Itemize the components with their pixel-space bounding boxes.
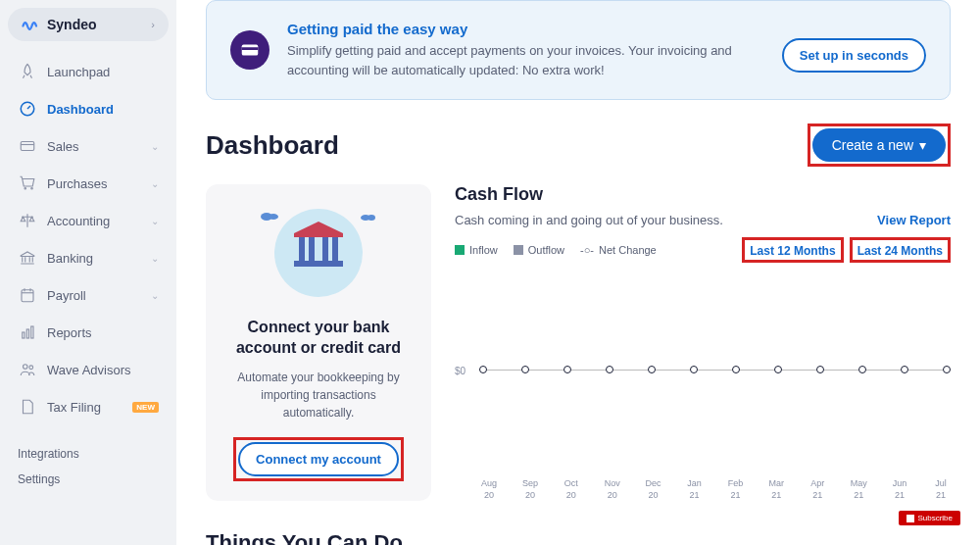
chart-point (732, 366, 740, 373)
svg-point-20 (269, 214, 278, 220)
subscribe-label: Subscribe (917, 514, 953, 522)
nav-label: Tax Filing (47, 400, 126, 415)
banner-actions: Set up in seconds (782, 28, 926, 73)
chart-point (690, 366, 698, 373)
footer-link-settings[interactable]: Settings (18, 467, 159, 492)
nav-item-banking[interactable]: Banking ⌄ (8, 239, 169, 276)
dashboard-columns: Connect your bank account or credit card… (206, 184, 951, 501)
nav-item-accounting[interactable]: Accounting ⌄ (8, 202, 169, 239)
cashflow-period-toggle: Last 12 Months Last 24 Months (742, 237, 951, 263)
card-title: Connect your bank account or credit card (225, 318, 412, 359)
svg-rect-7 (23, 332, 24, 338)
calendar-icon (18, 285, 37, 305)
banner-title: Getting paid the easy way (287, 21, 782, 37)
legend-outflow: Outflow (514, 244, 564, 256)
svg-rect-8 (26, 329, 28, 338)
workspace-selector[interactable]: Syndeo › (8, 8, 169, 41)
chart-point (901, 366, 908, 373)
svg-point-22 (368, 215, 375, 221)
chevron-down-icon: ⌄ (151, 216, 159, 226)
nav-item-launchpad[interactable]: Launchpad (8, 53, 169, 90)
period-12-button[interactable]: Last 12 Months (746, 242, 839, 260)
chart-xlabel: Nov20 (603, 478, 622, 501)
nav-item-advisors[interactable]: Wave Advisors (8, 351, 169, 388)
section-title-things: Things You Can Do (206, 530, 951, 545)
period-24-button[interactable]: Last 24 Months (854, 242, 947, 260)
sidebar-footer: Integrations Settings (0, 441, 176, 492)
legend-net: -○-Net Change (580, 244, 657, 256)
nav-label: Reports (47, 325, 159, 340)
cashflow-controls-row: Inflow Outflow -○-Net Change Last 12 Mon… (455, 237, 951, 263)
svg-rect-9 (31, 326, 33, 338)
chart-xlabel: Apr21 (808, 478, 827, 501)
svg-rect-17 (332, 237, 338, 261)
workspace-logo-icon (22, 16, 39, 33)
chart-xlabels: Aug20Sep20Oct20Nov20Dec20Jan21Feb21Mar21… (479, 478, 951, 501)
chart-point (521, 366, 529, 373)
chart-xlabel: Aug20 (479, 478, 499, 501)
svg-point-11 (29, 366, 33, 370)
svg-rect-14 (299, 237, 305, 261)
chart-xlabel: Oct20 (562, 478, 581, 501)
cart-icon (18, 173, 37, 193)
nav-item-reports[interactable]: Reports (8, 314, 169, 351)
cashflow-legend: Inflow Outflow -○-Net Change (455, 244, 657, 256)
chart-xlabel: Sep20 (520, 478, 540, 501)
doc-icon (18, 397, 37, 417)
connect-account-button[interactable]: Connect my account (238, 442, 399, 476)
cashflow-chart: $0 Aug20Sep20Oct20Nov20Dec20Jan21Feb21Ma… (455, 292, 951, 439)
nav-label: Payroll (47, 288, 151, 303)
chart-points (479, 366, 951, 373)
nav-label: Launchpad (47, 65, 159, 79)
chevron-down-icon: ⌄ (151, 253, 159, 264)
chart-point (858, 366, 866, 373)
nav-item-sales[interactable]: Sales ⌄ (8, 127, 169, 165)
youtube-icon (906, 515, 914, 522)
banner-setup-button[interactable]: Set up in seconds (782, 38, 926, 73)
legend-inflow: Inflow (455, 244, 498, 256)
nav-item-tax[interactable]: Tax Filing NEW (8, 388, 169, 425)
cashflow-title: Cash Flow (455, 184, 951, 205)
scale-icon (18, 211, 37, 230)
people-icon (18, 360, 37, 379)
sidebar: Syndeo › Launchpad Dashboard Sales ⌄ (0, 0, 176, 545)
cashflow-header-row: Cash coming in and going out of your bus… (455, 213, 951, 227)
nav-item-dashboard[interactable]: Dashboard (8, 90, 169, 127)
gauge-icon (18, 99, 37, 119)
connect-bank-card: Connect your bank account or credit card… (206, 184, 431, 501)
cashflow-panel: Cash Flow Cash coming in and going out o… (455, 184, 951, 501)
nav-item-payroll[interactable]: Payroll ⌄ (8, 276, 169, 314)
subscribe-badge[interactable]: Subscribe (899, 511, 960, 525)
create-new-button[interactable]: Create a new ▾ (812, 128, 946, 162)
new-badge: NEW (132, 402, 159, 413)
bank-illustration (250, 204, 387, 302)
chart-point (774, 366, 782, 373)
bars-icon (18, 322, 37, 342)
chevron-down-icon: ⌄ (151, 178, 159, 189)
chart-zero-label: $0 (455, 366, 466, 376)
chart-point (943, 366, 951, 373)
chart-xlabel: Jul21 (931, 478, 951, 501)
card-desc: Automate your bookkeeping by importing t… (225, 369, 412, 421)
nav-label: Accounting (47, 214, 151, 228)
chart-xlabel: May21 (849, 478, 868, 501)
nav-list: Launchpad Dashboard Sales ⌄ Purchases ⌄ (0, 53, 176, 425)
footer-link-integrations[interactable]: Integrations (18, 441, 159, 467)
svg-rect-18 (294, 261, 343, 267)
chart-xlabel: Feb21 (725, 478, 745, 501)
nav-label: Banking (47, 251, 151, 266)
svg-rect-15 (309, 237, 315, 261)
svg-rect-1 (21, 142, 34, 151)
nav-item-purchases[interactable]: Purchases ⌄ (8, 165, 169, 202)
svg-rect-13 (242, 47, 259, 50)
svg-rect-16 (322, 237, 328, 261)
highlight-12: Last 12 Months (742, 237, 843, 263)
highlight-24: Last 24 Months (850, 237, 951, 263)
chart-point (564, 366, 571, 373)
page-header: Dashboard Create a new ▾ (206, 124, 951, 167)
view-report-link[interactable]: View Report (877, 213, 951, 227)
chart-point (648, 366, 656, 373)
workspace-name: Syndeo (47, 17, 151, 32)
chevron-down-icon: ⌄ (151, 141, 159, 152)
cashflow-desc: Cash coming in and going out of your bus… (455, 213, 723, 227)
